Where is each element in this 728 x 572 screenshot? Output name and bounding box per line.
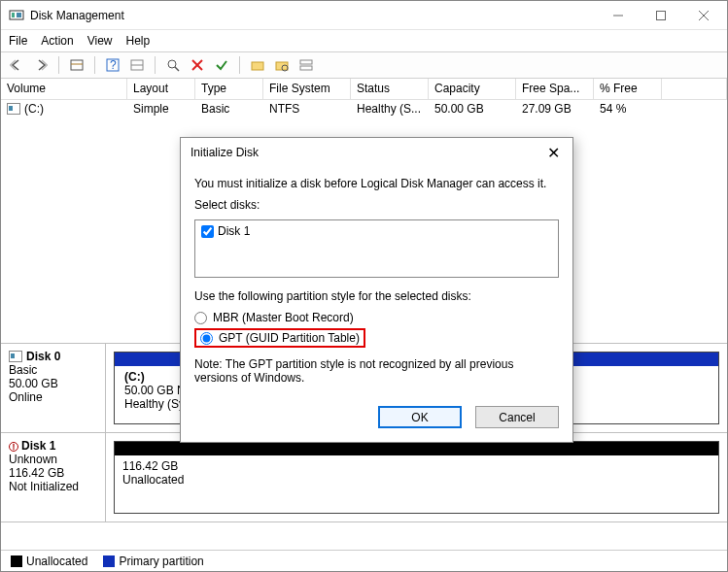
col-volume[interactable]: Volume (1, 79, 127, 99)
dialog-select-label: Select disks: (194, 198, 559, 212)
menu-file[interactable]: File (9, 34, 27, 48)
svg-rect-1 (12, 13, 15, 17)
volume-name: (C:) (24, 102, 44, 116)
vol-type: Basic (195, 100, 263, 119)
dialog-msg: You must initialize a disk before Logica… (194, 177, 559, 190)
disk0-name: Disk 0 (26, 350, 60, 363)
partition-style-label: Use the following partition style for th… (194, 289, 559, 303)
legend-unalloc: Unallocated (26, 555, 87, 568)
mbr-label: MBR (Master Boot Record) (213, 311, 354, 324)
col-pctfree[interactable]: % Free (594, 79, 662, 99)
disk1-name: Disk 1 (21, 439, 55, 453)
disk1-checkbox-row[interactable]: Disk 1 (201, 224, 552, 238)
forward-icon[interactable] (31, 55, 51, 75)
menu-bar: File Action View Help (1, 30, 727, 51)
svg-rect-2 (17, 13, 21, 17)
delete-icon[interactable] (188, 55, 207, 75)
d0-part-name: (C:) (124, 370, 145, 384)
vol-status: Healthy (S... (351, 100, 429, 119)
dialog-title: Initialize Disk (191, 146, 539, 159)
disk-select-list[interactable]: Disk 1 (194, 219, 559, 278)
disk1-state: Not Initialized (9, 480, 97, 493)
legend: Unallocated Primary partition (1, 550, 727, 571)
svg-rect-21 (300, 66, 312, 70)
vol-layout: Simple (127, 100, 195, 119)
disk0-type: Basic (9, 363, 97, 377)
disk1-checkbox[interactable] (201, 225, 214, 238)
search-folder-icon[interactable] (272, 55, 292, 75)
cancel-button[interactable]: Cancel (475, 406, 559, 428)
volume-list-header: Volume Layout Type File System Status Ca… (1, 79, 727, 100)
folder-icon[interactable] (248, 55, 267, 75)
svg-rect-17 (252, 62, 263, 70)
minimize-button[interactable] (597, 1, 640, 29)
col-filesystem[interactable]: File System (263, 79, 351, 99)
col-status[interactable]: Status (351, 79, 429, 99)
panel-icon[interactable] (67, 55, 87, 75)
disk1-row[interactable]: !Disk 1 Unknown 116.42 GB Not Initialize… (1, 433, 727, 522)
mbr-radio-row[interactable]: MBR (Master Boot Record) (194, 311, 559, 324)
volume-row[interactable]: (C:) Simple Basic NTFS Healthy (S... 50.… (1, 100, 727, 119)
legend-primary: Primary partition (119, 555, 203, 568)
menu-action[interactable]: Action (41, 34, 73, 48)
disk1-size: 116.42 GB (9, 466, 97, 480)
help-icon[interactable]: ? (103, 55, 122, 75)
disk0-state: Online (9, 390, 97, 404)
view1-icon[interactable] (127, 55, 147, 75)
window-title: Disk Management (30, 9, 597, 22)
layout-icon[interactable] (296, 55, 316, 75)
unalloc-header (115, 442, 718, 455)
maximize-button[interactable] (640, 1, 682, 29)
menu-view[interactable]: View (87, 34, 113, 48)
disk1-label: Disk 1 (218, 224, 250, 238)
vol-free: 27.09 GB (516, 100, 594, 119)
app-icon (9, 8, 24, 23)
legend-primary-swatch (103, 555, 115, 567)
gpt-label: GPT (GUID Partition Table) (219, 331, 360, 345)
disk0-size: 50.00 GB (9, 377, 97, 390)
close-button[interactable] (682, 1, 725, 29)
svg-text:?: ? (110, 58, 117, 72)
menu-help[interactable]: Help (126, 34, 151, 48)
svg-line-14 (175, 67, 179, 71)
col-capacity[interactable]: Capacity (429, 79, 516, 99)
initialize-disk-dialog: Initialize Disk ✕ You must initialize a … (180, 137, 573, 443)
warning-icon: ! (9, 442, 18, 452)
check-icon[interactable] (212, 55, 231, 75)
back-icon[interactable] (7, 55, 26, 75)
vol-capacity: 50.00 GB (429, 100, 516, 119)
zoom-icon[interactable] (163, 55, 183, 75)
vol-pfree: 54 % (594, 100, 662, 119)
col-layout[interactable]: Layout (127, 79, 195, 99)
svg-point-13 (168, 60, 176, 68)
toolbar: ? (1, 51, 727, 79)
ok-button[interactable]: OK (378, 406, 462, 428)
d1-part-info: 116.42 GB (122, 459, 178, 473)
mbr-radio[interactable] (194, 312, 207, 324)
svg-rect-4 (657, 11, 666, 19)
disk-icon (9, 351, 22, 362)
legend-unalloc-swatch (11, 555, 22, 567)
gpt-radio-row[interactable]: GPT (GUID Partition Table) (200, 331, 360, 345)
dialog-close-button[interactable]: ✕ (539, 144, 567, 162)
gpt-highlight: GPT (GUID Partition Table) (194, 328, 365, 348)
svg-rect-7 (71, 60, 83, 70)
col-type[interactable]: Type (195, 79, 263, 99)
vol-fs: NTFS (263, 100, 351, 119)
d1-part-status: Unallocated (122, 473, 184, 487)
dialog-note: Note: The GPT partition style is not rec… (194, 357, 559, 385)
gpt-radio[interactable] (200, 332, 213, 345)
drive-icon (7, 103, 20, 115)
svg-rect-20 (300, 60, 312, 64)
disk1-type: Unknown (9, 453, 97, 466)
col-freespace[interactable]: Free Spa... (516, 79, 594, 99)
